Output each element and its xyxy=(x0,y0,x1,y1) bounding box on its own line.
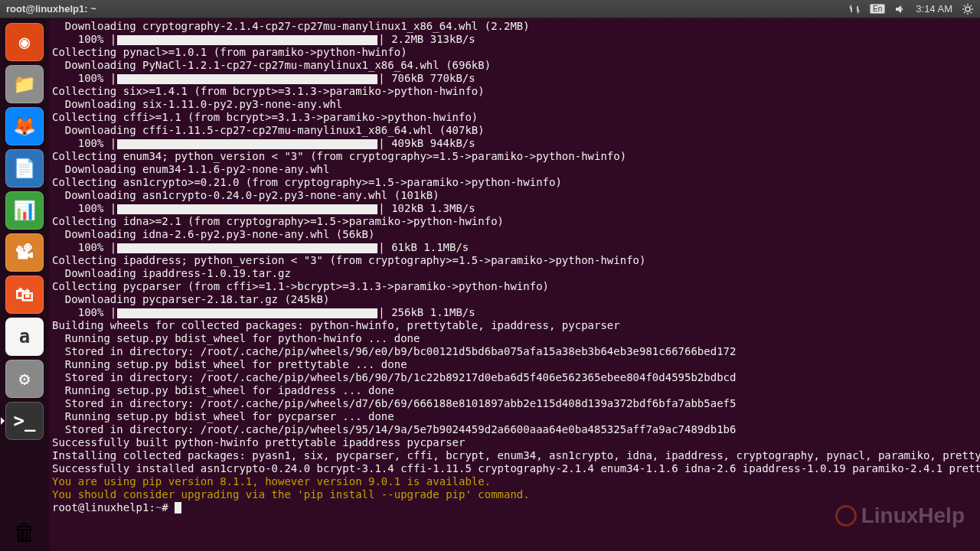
terminal-line: Collecting six>=1.4.1 (from bcrypt>=3.1.… xyxy=(52,85,977,98)
terminal-line: Stored in directory: /root/.cache/pip/wh… xyxy=(52,397,977,410)
gear-icon[interactable] xyxy=(962,3,974,15)
terminal-line: Stored in directory: /root/.cache/pip/wh… xyxy=(52,345,977,358)
network-icon[interactable] xyxy=(848,3,861,15)
terminal-output[interactable]: Downloading cryptography-2.1.4-cp27-cp27… xyxy=(49,18,980,551)
terminal-line: You are using pip version 8.1.1, however… xyxy=(52,475,977,488)
terminal-line: 100% || 409kB 944kB/s xyxy=(52,137,977,150)
terminal-line: Successfully built python-hwinfo prettyt… xyxy=(52,436,977,449)
progress-bar xyxy=(117,243,377,253)
launcher-impress[interactable]: 📽 xyxy=(5,233,44,272)
launcher-terminal[interactable]: >_ xyxy=(5,402,44,440)
progress-bar xyxy=(117,204,377,214)
terminal-line: Successfully installed asn1crypto-0.24.0… xyxy=(52,462,977,475)
unity-launcher: ◉📁🦊📄📊📽🛍a⚙>_🗑 xyxy=(0,18,49,551)
terminal-line: root@linuxhelp1:~# xyxy=(52,501,977,514)
terminal-line: Running setup.py bdist_wheel for python-… xyxy=(52,332,977,345)
clock[interactable]: 3:14 AM xyxy=(916,3,952,15)
terminal-line: Collecting pynacl>=1.0.1 (from paramiko-… xyxy=(52,46,977,59)
launcher-amazon[interactable]: a xyxy=(5,318,44,356)
launcher-trash[interactable]: 🗑 xyxy=(5,513,44,551)
terminal-line: 100% || 706kB 770kB/s xyxy=(52,72,977,85)
terminal-line: Downloading idna-2.6-py2.py3-none-any.wh… xyxy=(52,228,977,241)
sound-icon[interactable] xyxy=(894,3,906,15)
terminal-line: Downloading pycparser-2.18.tar.gz (245kB… xyxy=(52,293,977,306)
cursor xyxy=(175,502,181,514)
progress-bar xyxy=(117,35,377,45)
terminal-line: 100% || 256kB 1.1MB/s xyxy=(52,306,977,319)
terminal-line: Collecting cffi>=1.1 (from bcrypt>=3.1.3… xyxy=(52,111,977,124)
launcher-firefox[interactable]: 🦊 xyxy=(5,107,44,145)
progress-bar xyxy=(117,139,377,149)
terminal-line: Building wheels for collected packages: … xyxy=(52,319,977,332)
terminal-line: Installing collected packages: pyasn1, s… xyxy=(52,449,977,462)
terminal-line: 100% || 2.2MB 313kB/s xyxy=(52,33,977,46)
top-menu-bar: root@linuxhelp1: ~ En 3:14 AM xyxy=(0,0,980,18)
svg-point-0 xyxy=(965,7,970,11)
launcher-calc[interactable]: 📊 xyxy=(5,191,44,230)
terminal-line: Running setup.py bdist_wheel for pycpars… xyxy=(52,410,977,423)
terminal-line: Collecting pycparser (from cffi>=1.1->bc… xyxy=(52,280,977,293)
terminal-line: 100% || 102kB 1.3MB/s xyxy=(52,202,977,215)
language-indicator[interactable]: En xyxy=(870,4,885,14)
terminal-line: Running setup.py bdist_wheel for prettyt… xyxy=(52,358,977,371)
launcher-dash[interactable]: ◉ xyxy=(5,23,44,61)
launcher-settings[interactable]: ⚙ xyxy=(5,360,44,398)
terminal-line: 100% || 61kB 1.1MB/s xyxy=(52,241,977,254)
launcher-files[interactable]: 📁 xyxy=(5,65,44,103)
terminal-line: Downloading asn1crypto-0.24.0-py2.py3-no… xyxy=(52,189,977,202)
terminal-line: Collecting ipaddress; python_version < "… xyxy=(52,254,977,267)
launcher-writer[interactable]: 📄 xyxy=(5,149,44,187)
terminal-line: Stored in directory: /root/.cache/pip/wh… xyxy=(52,423,977,436)
launcher-software[interactable]: 🛍 xyxy=(5,276,44,314)
terminal-line: Downloading cryptography-2.1.4-cp27-cp27… xyxy=(52,20,977,33)
progress-bar xyxy=(117,74,377,84)
terminal-line: You should consider upgrading via the 'p… xyxy=(52,488,977,501)
terminal-line: Downloading ipaddress-1.0.19.tar.gz xyxy=(52,267,977,280)
progress-bar xyxy=(117,308,377,318)
terminal-line: Downloading enum34-1.1.6-py2-none-any.wh… xyxy=(52,163,977,176)
terminal-line: Downloading PyNaCl-1.2.1-cp27-cp27mu-man… xyxy=(52,59,977,72)
terminal-line: Collecting idna>=2.1 (from cryptography>… xyxy=(52,215,977,228)
terminal-line: Stored in directory: /root/.cache/pip/wh… xyxy=(52,371,977,384)
terminal-line: Downloading six-1.11.0-py2.py3-none-any.… xyxy=(52,98,977,111)
terminal-line: Running setup.py bdist_wheel for ipaddre… xyxy=(52,384,977,397)
terminal-line: Collecting enum34; python_version < "3" … xyxy=(52,150,977,163)
terminal-line: Downloading cffi-1.11.5-cp27-cp27mu-many… xyxy=(52,124,977,137)
terminal-line: Collecting asn1crypto>=0.21.0 (from cryp… xyxy=(52,176,977,189)
window-title: root@linuxhelp1: ~ xyxy=(6,3,96,15)
